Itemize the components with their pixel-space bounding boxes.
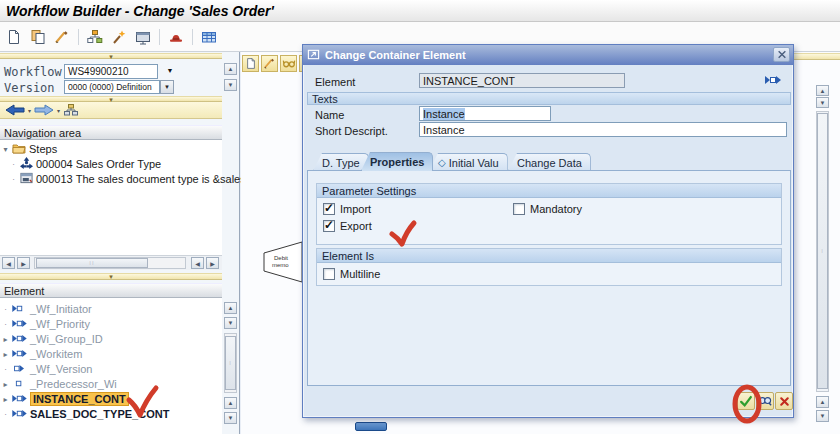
pencil-icon[interactable] (52, 27, 72, 47)
container-element-icon (12, 318, 27, 330)
dialog-titlebar[interactable]: Change Container Element (303, 45, 793, 65)
multiline-checkbox-row[interactable]: Multiline (323, 268, 380, 280)
tab-change-data[interactable]: Change Data (508, 153, 591, 171)
glasses-icon[interactable] (280, 55, 297, 72)
leaf-bullet: · (2, 305, 9, 314)
pencil-icon[interactable] (261, 55, 278, 72)
scroll-up-button[interactable]: ▲ (224, 397, 237, 409)
scroll-up-button[interactable]: ▲ (224, 302, 237, 314)
hierarchy-icon[interactable] (85, 27, 105, 47)
new-document-icon[interactable] (4, 27, 24, 47)
change-container-element-dialog: Change Container Element Element INSTANC… (302, 44, 794, 418)
tree-node-step[interactable]: · 000013 The sales document type is &sal… (10, 172, 252, 186)
wand-icon[interactable] (109, 27, 129, 47)
element-row[interactable]: ▸ _Predecessor_Wi (2, 377, 117, 391)
tree-node-steps[interactable]: ▾ Steps (2, 142, 57, 156)
table-icon[interactable] (199, 27, 219, 47)
version-dropdown-icon[interactable]: ▼ (160, 80, 174, 94)
back-dropdown-icon[interactable]: ▾ (28, 107, 31, 114)
multiline-checkbox[interactable] (323, 268, 335, 280)
element-list: · _Wf_Initiator · _Wf_Priority ▸ _Wi_Gro… (0, 298, 222, 434)
diagram-hscrollbar-thumb[interactable] (355, 422, 387, 431)
element-row[interactable]: · _Wf_Initiator (2, 302, 92, 316)
element-row-sales-doc-type-cont[interactable]: · SALES_DOC_TYPE_CONT (2, 407, 169, 421)
panel-splitter-strip[interactable]: ▾ (0, 273, 222, 280)
step-number: 000004 (36, 158, 73, 170)
import-checkbox[interactable] (323, 203, 335, 215)
element-row[interactable]: ▸ _Workitem (2, 347, 82, 361)
scroll-down-button[interactable]: ▼ (816, 410, 829, 422)
short-description-input[interactable]: Instance (419, 122, 787, 137)
scroll-up-button[interactable]: ▲ (816, 396, 829, 408)
scroll-left-button[interactable]: ◀ (2, 257, 15, 269)
scroll-up-button[interactable]: ▲ (816, 85, 829, 96)
mandatory-checkbox-row[interactable]: Mandatory (513, 203, 582, 215)
name-input[interactable]: Instance (419, 106, 551, 121)
copy-icon[interactable] (28, 27, 48, 47)
container-element-icon (12, 408, 27, 420)
scroll-down-button[interactable]: ▼ (224, 412, 237, 424)
container-element-icon (12, 378, 27, 390)
window-icon[interactable] (133, 27, 153, 47)
cancel-button[interactable] (775, 392, 793, 410)
export-checkbox-row[interactable]: Export (323, 220, 372, 232)
forward-dropdown-icon[interactable]: ▾ (57, 107, 60, 114)
element-is-group: Element Is Multiline (316, 248, 782, 286)
panel-splitter-strip[interactable]: ▾ (0, 53, 222, 59)
element-label: _Workitem (30, 348, 82, 360)
step-number: 000013 (36, 173, 73, 185)
tree-node-step[interactable]: · 000004 Sales Order Type (10, 157, 161, 171)
scroll-left-button[interactable]: ◀ (191, 257, 204, 269)
element-row[interactable]: ▸ _Wi_Group_ID (2, 332, 103, 346)
short-description-label: Short Descript. (315, 125, 388, 137)
scroll-down-button[interactable]: ▼ (816, 97, 829, 108)
forward-arrow-icon[interactable] (32, 103, 56, 117)
workflow-dropdown-icon[interactable]: ▼ (163, 67, 177, 76)
container-element-icon (12, 333, 27, 345)
expander-icon[interactable]: ▸ (2, 395, 9, 404)
version-label: Version (4, 81, 55, 95)
scrollbar-thumb[interactable]: ⁞⁞ (36, 258, 148, 268)
close-icon[interactable] (773, 47, 790, 62)
scroll-down-button[interactable]: ▼ (224, 317, 237, 329)
element-row[interactable]: · _Wf_Version (2, 362, 92, 376)
scrollbar-thumb[interactable]: ⁞ (817, 113, 828, 389)
diamond-icon: ◇ (438, 157, 446, 168)
find-button[interactable] (756, 392, 774, 410)
export-checkbox[interactable] (323, 220, 335, 232)
tab-d-type[interactable]: D. Type (313, 153, 369, 171)
element-row-instance-cont[interactable]: ▸ INSTANCE_CONT (2, 392, 129, 406)
structure-icon[interactable] (61, 103, 81, 117)
scroll-up-button[interactable]: ▲ (224, 63, 237, 75)
tree-node-label: Steps (29, 143, 57, 155)
node-label: Debit (274, 255, 288, 261)
back-arrow-icon[interactable] (3, 103, 27, 117)
element-label: SALES_DOC_TYPE_CONT (30, 408, 169, 420)
version-select[interactable]: 0000 (0000) Definition (64, 80, 160, 94)
debit-memo-node[interactable]: Debit memo (261, 240, 303, 284)
mandatory-checkbox[interactable] (513, 203, 525, 215)
scroll-right-button[interactable]: ▶ (17, 257, 30, 269)
element-label: _Wi_Group_ID (30, 333, 103, 345)
confirm-button[interactable] (737, 392, 755, 410)
element-field-label: Element (315, 76, 355, 88)
scrollbar-thumb[interactable]: ⁞ (225, 336, 236, 390)
expander-icon[interactable]: ▾ (2, 145, 9, 154)
tab-properties[interactable]: Properties (361, 152, 433, 171)
workflow-input[interactable]: WS49900210 (64, 64, 158, 79)
element-row[interactable]: · _Wf_Priority (2, 317, 90, 331)
toolbar-separator (159, 29, 160, 45)
expander-icon[interactable]: ▸ (2, 380, 9, 389)
scroll-right-button[interactable]: ▶ (206, 257, 219, 269)
expander-icon[interactable]: ▸ (2, 335, 9, 344)
new-page-icon[interactable] (242, 55, 259, 72)
properties-tab-panel: Parameter Settings Import Export Mandato… (307, 170, 791, 386)
scroll-down-button[interactable]: ▼ (224, 79, 237, 91)
toolbar-separator (192, 29, 193, 45)
texts-section-header: Texts (307, 92, 791, 105)
tab-initial-value[interactable]: ◇Initial Valu (429, 153, 508, 171)
expander-icon[interactable]: ▸ (2, 350, 9, 359)
import-checkbox-row[interactable]: Import (323, 203, 371, 215)
element-label: _Wf_Initiator (30, 303, 92, 315)
hat-icon[interactable] (166, 27, 186, 47)
